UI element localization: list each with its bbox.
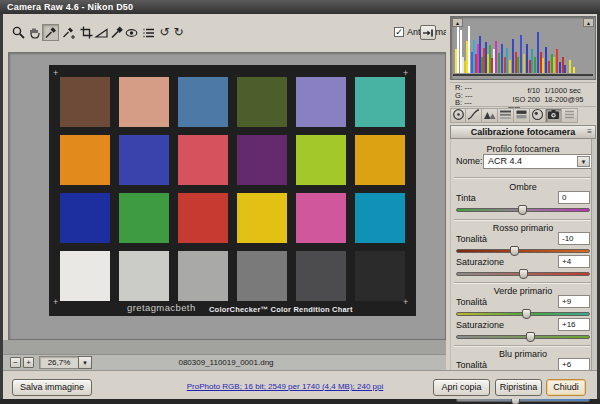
- status-strip: − + 26,7% ▼ 080309_110019_0001.dng: [3, 354, 446, 370]
- calibration-panel: Profilo fotocamera Nome: ACR 4.4 ▼ Ombre…: [450, 139, 596, 370]
- color-patch: [119, 193, 169, 243]
- color-patch: [355, 135, 405, 185]
- right-panel: ▲ ▲ R: --- G: --- B: --- f/10 1/1000 sec…: [446, 14, 597, 370]
- color-patch: [178, 251, 228, 301]
- open-copy-button[interactable]: Apri copia: [433, 379, 490, 396]
- presets-list-icon: [563, 107, 576, 125]
- rosso-saturazione-slider[interactable]: [456, 272, 590, 276]
- panel-scrollbar[interactable]: [591, 139, 597, 370]
- check-icon: ✓: [395, 27, 403, 37]
- mountains-icon: [483, 107, 496, 125]
- window-title: Camera Raw 4.6 - Nikon D50: [7, 2, 133, 12]
- slider-label: Tonalità: [456, 297, 487, 307]
- slider-value-field[interactable]: 0: [558, 191, 590, 204]
- name-label: Nome:: [456, 156, 483, 166]
- list-icon: [141, 25, 156, 40]
- eyedropper-plus-icon: [61, 25, 76, 40]
- slider-value-field[interactable]: +16: [558, 318, 590, 331]
- color-patch: [60, 193, 110, 243]
- magnifier-icon: [11, 25, 26, 40]
- profile-select[interactable]: ACR 4.4 ▼: [483, 154, 592, 169]
- color-patch: [355, 193, 405, 243]
- settings-tabs: [450, 108, 596, 124]
- registration-mark: +: [53, 299, 58, 305]
- crop-icon: [79, 25, 94, 40]
- colorchecker-grid: [60, 77, 405, 301]
- tab-presets[interactable]: [562, 108, 578, 123]
- color-patch: [296, 193, 346, 243]
- tab-detail[interactable]: [482, 108, 498, 123]
- bottom-bar: Salva immagine ProPhoto RGB; 16 bit; 254…: [3, 370, 597, 399]
- profile-value: ACR 4.4: [488, 156, 522, 166]
- tab-camera-calibration[interactable]: [546, 108, 562, 123]
- fullscreen-toggle-button[interactable]: [420, 25, 436, 40]
- white-balance-tool-button[interactable]: [42, 24, 59, 41]
- tab-lens-corrections[interactable]: [530, 108, 546, 123]
- image-preview-area[interactable]: + + + + gretagmacbeth ColorChecker™ Colo…: [8, 52, 446, 340]
- registration-mark: +: [53, 70, 58, 76]
- slider-thumb[interactable]: [522, 309, 531, 319]
- color-patch: [178, 77, 228, 127]
- slider-thumb[interactable]: [519, 269, 528, 279]
- zoom-tool-button[interactable]: [10, 24, 27, 41]
- highlight-clipping-button[interactable]: ▲: [583, 18, 594, 27]
- shadow-clipping-button[interactable]: ▲: [452, 18, 463, 27]
- slider-thumb[interactable]: [526, 332, 535, 342]
- tab-basic[interactable]: [450, 108, 466, 123]
- reset-button[interactable]: Ripristina: [495, 379, 542, 396]
- rotate-right-button[interactable]: ↻: [170, 24, 187, 41]
- close-button[interactable]: Chiudi: [546, 379, 586, 396]
- tab-hsl-grayscale[interactable]: [498, 108, 514, 123]
- rotate-ccw-icon: ↺: [159, 24, 169, 41]
- color-patch: [178, 135, 228, 185]
- color-patch: [178, 193, 228, 243]
- red-eye-icon: [124, 25, 139, 40]
- tab-split-toning[interactable]: [514, 108, 530, 123]
- slider-thumb[interactable]: [518, 205, 527, 215]
- hsl-bars-icon: [499, 107, 512, 125]
- rosso-tonalita-slider[interactable]: [456, 249, 590, 253]
- camera-raw-dialog: Camera Raw 4.6 - Nikon D50 ↺ ↻ ✓ Antepri…: [0, 0, 600, 404]
- slider-value-field[interactable]: +9: [558, 295, 590, 308]
- iso-value: ISO 200: [508, 95, 540, 104]
- color-patch: [60, 77, 110, 127]
- color-patch: [237, 77, 287, 127]
- panel-header: Calibrazione fotocamera ≡: [450, 125, 596, 139]
- exif-info: R: --- G: --- B: --- f/10 1/1000 sec ISO…: [450, 82, 596, 107]
- slider-value-field[interactable]: -10: [558, 232, 590, 245]
- curve-icon: [467, 107, 480, 125]
- color-patch: [355, 77, 405, 127]
- slider-label: Tinta: [456, 193, 476, 203]
- fullscreen-arrow-icon: [422, 24, 434, 42]
- hand-icon: [27, 25, 42, 40]
- color-patch: [296, 251, 346, 301]
- section-divider: [454, 345, 592, 347]
- chevron-down-icon[interactable]: ▼: [577, 156, 590, 167]
- lens-icon: [531, 107, 544, 125]
- section-divider: [454, 177, 592, 179]
- verde-saturazione-slider[interactable]: [456, 335, 590, 339]
- tinta-slider[interactable]: [456, 208, 590, 212]
- eyedropper-icon: [43, 25, 58, 40]
- registration-mark: +: [403, 299, 408, 305]
- rotate-cw-icon: ↻: [173, 24, 183, 41]
- slider-value-field[interactable]: +4: [558, 255, 590, 268]
- preferences-button[interactable]: [140, 24, 157, 41]
- slider-thumb[interactable]: [510, 246, 519, 256]
- color-sampler-tool-button[interactable]: [60, 24, 77, 41]
- color-patch: [296, 135, 346, 185]
- anteprima-checkbox[interactable]: ✓: [394, 27, 404, 37]
- filename-label: 080309_110019_0001.dng: [11, 358, 441, 367]
- chart-caption-text: ColorChecker™ Color Rendition Chart: [209, 305, 353, 314]
- photo-colorchecker[interactable]: + + + + gretagmacbeth ColorChecker™ Colo…: [49, 65, 416, 316]
- tab-tone-curve[interactable]: [466, 108, 482, 123]
- preview-lower-band: [3, 340, 446, 354]
- panel-menu-icon[interactable]: ≡: [587, 126, 592, 138]
- shutter-value: 1/1000 sec: [544, 86, 581, 95]
- hand-tool-button[interactable]: [26, 24, 43, 41]
- verde-tonalita-slider[interactable]: [456, 312, 590, 316]
- red-eye-tool-button[interactable]: [123, 24, 140, 41]
- color-patch: [60, 251, 110, 301]
- panel-title: Calibrazione fotocamera: [471, 127, 576, 137]
- title-bar[interactable]: Camera Raw 4.6 - Nikon D50: [0, 0, 600, 14]
